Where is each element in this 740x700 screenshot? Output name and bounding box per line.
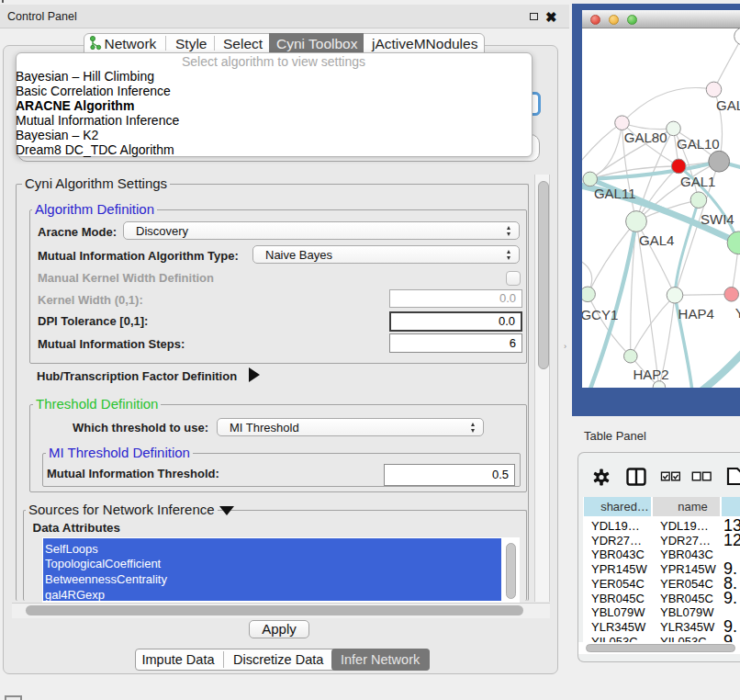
svg-text:GAL1: GAL1 [680,174,715,189]
svg-text:YD: YD [735,305,740,321]
svg-text:GAL11: GAL11 [594,186,636,201]
svg-text:GAL4: GAL4 [639,232,674,248]
svg-text:GCY1: GCY1 [582,307,618,322]
svg-text:GAL10: GAL10 [677,136,720,152]
svg-text:GAL7: GAL7 [716,97,740,113]
svg-text:HAP2: HAP2 [633,367,668,382]
svg-text:GAL80: GAL80 [624,130,667,145]
svg-text:SWI4: SWI4 [701,211,734,227]
svg-text:HAP4: HAP4 [678,306,714,322]
